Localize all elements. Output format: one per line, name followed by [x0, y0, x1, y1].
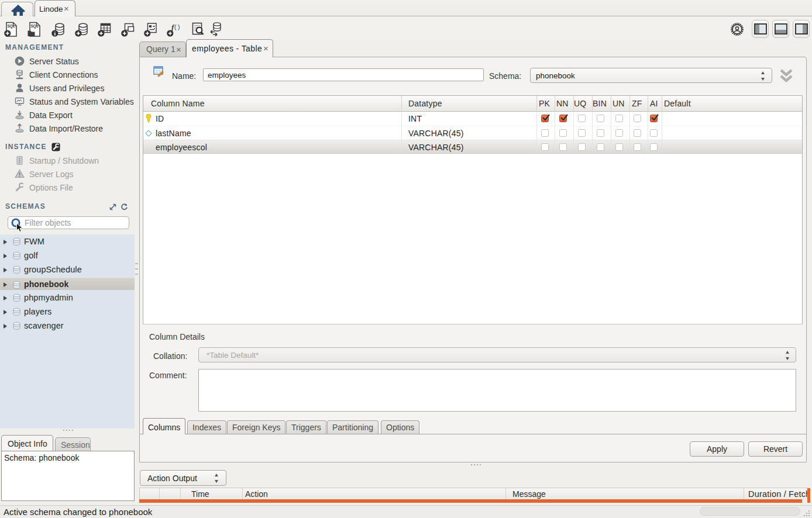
svg-text:( ): ( ) [174, 24, 180, 30]
svg-text:SQL: SQL [31, 24, 39, 29]
svg-text:SQL: SQL [8, 24, 15, 29]
